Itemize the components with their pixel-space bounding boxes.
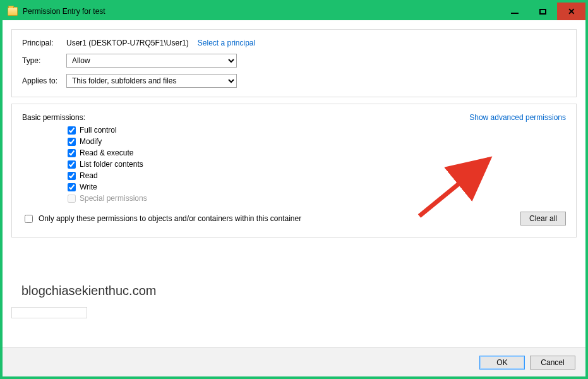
permission-item[interactable]: Read & execute bbox=[68, 148, 566, 157]
permission-checkbox[interactable] bbox=[68, 126, 76, 135]
permission-item: Special permissions bbox=[68, 194, 566, 203]
ok-button[interactable]: OK bbox=[479, 356, 525, 370]
watermark-text: blogchiasekienthuc.com bbox=[21, 284, 156, 298]
permission-label: List folder contents bbox=[80, 160, 143, 169]
permission-checkbox[interactable] bbox=[68, 149, 76, 157]
permission-item[interactable]: Write bbox=[68, 183, 566, 191]
permission-label: Read bbox=[80, 171, 98, 180]
permission-item[interactable]: Full control bbox=[68, 126, 566, 135]
permission-item[interactable]: Read bbox=[68, 171, 566, 180]
permission-label: Write bbox=[80, 183, 97, 191]
permission-item[interactable]: Modify bbox=[68, 137, 566, 146]
titlebar[interactable]: Permission Entry for test ✕ bbox=[3, 3, 585, 20]
permission-label: Full control bbox=[80, 126, 117, 135]
window-title: Permission Entry for test bbox=[23, 7, 500, 16]
permission-label: Special permissions bbox=[80, 194, 147, 203]
maximize-button[interactable] bbox=[529, 3, 557, 20]
permission-item[interactable]: List folder contents bbox=[68, 160, 566, 169]
basic-permissions-panel: Basic permissions: Show advanced permiss… bbox=[11, 104, 577, 238]
type-label: Type: bbox=[22, 56, 66, 65]
permission-entry-window: Permission Entry for test ✕ Principal: U… bbox=[0, 0, 588, 379]
basic-permissions-header: Basic permissions: bbox=[22, 113, 85, 122]
permission-checkbox[interactable] bbox=[68, 172, 76, 180]
close-button[interactable]: ✕ bbox=[557, 3, 585, 20]
select-principal-link[interactable]: Select a principal bbox=[198, 39, 255, 47]
applies-to-combo[interactable]: This folder, subfolders and files bbox=[66, 74, 237, 88]
principal-panel: Principal: User1 (DESKTOP-U7RQ5F1\User1)… bbox=[11, 29, 577, 97]
folder-icon bbox=[8, 7, 18, 16]
permission-label: Read & execute bbox=[80, 148, 133, 157]
clear-all-button[interactable]: Clear all bbox=[520, 212, 566, 226]
only-apply-label: Only apply these permissions to objects … bbox=[39, 214, 301, 223]
type-combo[interactable]: Allow bbox=[66, 54, 237, 68]
client-area: Principal: User1 (DESKTOP-U7RQ5F1\User1)… bbox=[3, 20, 585, 347]
principal-label: Principal: bbox=[22, 39, 66, 47]
only-apply-checkbox-row[interactable]: Only apply these permissions to objects … bbox=[22, 213, 301, 225]
principal-value: User1 (DESKTOP-U7RQ5F1\User1) bbox=[66, 39, 189, 47]
cancel-button[interactable]: Cancel bbox=[530, 356, 575, 370]
permission-label: Modify bbox=[80, 137, 102, 146]
dialog-footer: OK Cancel bbox=[3, 347, 585, 376]
only-apply-checkbox[interactable] bbox=[25, 215, 33, 223]
status-bar-stub bbox=[11, 307, 87, 318]
permission-checkbox[interactable] bbox=[68, 160, 76, 169]
window-controls: ✕ bbox=[500, 3, 585, 20]
permission-checkbox[interactable] bbox=[68, 138, 76, 146]
permissions-list: Full controlModifyRead & executeList fol… bbox=[68, 126, 566, 203]
permission-checkbox[interactable] bbox=[68, 183, 76, 191]
applies-to-label: Applies to: bbox=[22, 76, 66, 85]
permission-checkbox bbox=[68, 195, 76, 203]
minimize-button[interactable] bbox=[500, 3, 529, 20]
show-advanced-permissions-link[interactable]: Show advanced permissions bbox=[469, 113, 566, 122]
